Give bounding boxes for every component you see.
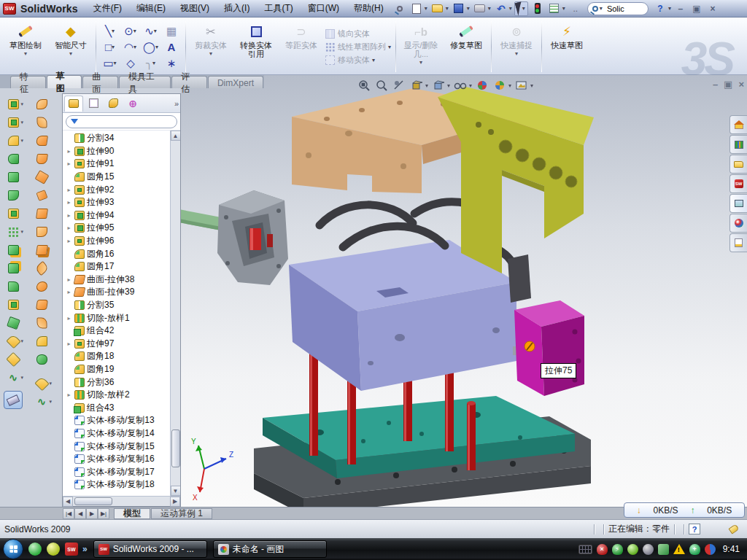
tree-item[interactable]: ▸拉伸92 (66, 183, 170, 196)
start-button[interactable] (3, 539, 23, 559)
section-view-icon[interactable] (391, 78, 407, 93)
tree-horizontal-scrollbar[interactable]: ◀ ▶ (63, 496, 180, 506)
tray-antivirus-icon[interactable]: × (597, 544, 608, 555)
options-dropdown[interactable]: ▾ (562, 5, 565, 12)
tool-button[interactable] (32, 259, 51, 277)
tray-network-icon[interactable] (658, 544, 669, 555)
help-dropdown[interactable]: ▾ (668, 5, 671, 12)
display-delete-relations-button[interactable]: ⌐b 显示/删除几...▾ (399, 20, 443, 74)
tool-button[interactable] (32, 241, 51, 259)
tree-item[interactable]: 组合43 (66, 401, 170, 414)
tree-item[interactable]: 分割36 (66, 376, 170, 389)
tree-item[interactable]: 实体-移动/复制13 (66, 414, 170, 427)
tree-item[interactable]: ▸曲面-拉伸38 (66, 273, 170, 287)
model-insert-block[interactable] (514, 300, 584, 396)
tree-item[interactable]: ▸切除-放样1 (66, 311, 170, 324)
save-button[interactable] (452, 2, 466, 15)
tree-item[interactable]: ▸拉伸96 (66, 235, 170, 248)
tab-mold-tools[interactable]: 模具工具 (119, 76, 171, 88)
search-box[interactable]: ▾ (587, 2, 649, 15)
tool-button[interactable] (4, 186, 23, 204)
scroll-down-button[interactable]: ▼ (171, 486, 181, 496)
view-orientation-dropdown[interactable]: ▾ (425, 82, 428, 89)
new-dropdown[interactable]: ▾ (425, 5, 427, 12)
trim-entities-button[interactable]: ✂ 剪裁实体▾ (189, 20, 233, 74)
tree-item[interactable]: 组合42 (66, 324, 170, 338)
graphics-viewport[interactable]: Y Z X ▾ ▾ ▾ ▾ ▾ – ▣ × (181, 75, 747, 507)
sketch-draw-button[interactable]: 草图绘制▾ (4, 20, 47, 74)
menu-help[interactable]: 帮助(H) (347, 1, 390, 16)
help-button[interactable]: ? (653, 3, 667, 15)
hide-show-dropdown[interactable]: ▾ (469, 82, 472, 89)
doc-restore-button[interactable]: ▣ (724, 79, 732, 90)
taskbar-button-paint[interactable]: 未命名 - 画图 (213, 540, 327, 558)
tree-item[interactable]: 分割34 (66, 132, 170, 145)
line-tool-icon[interactable]: ╲▾ (100, 23, 120, 39)
configuration-manager-tab[interactable] (104, 96, 123, 112)
tray-shield-lightning-icon[interactable]: ⚡ (612, 544, 623, 555)
tool-button[interactable] (32, 277, 51, 295)
doc-close-button[interactable]: × (738, 79, 744, 90)
zoom-fit-icon[interactable] (356, 78, 372, 93)
tool-button[interactable]: ▾ (4, 222, 23, 241)
tab-features[interactable]: 特征 (10, 76, 46, 88)
tool-button[interactable] (32, 168, 51, 186)
tool-button[interactable] (4, 259, 23, 277)
apply-scene-icon[interactable] (492, 78, 508, 93)
new-document-button[interactable] (409, 2, 424, 15)
tool-button[interactable] (4, 295, 23, 314)
tool-button[interactable] (32, 332, 51, 350)
solidworks-search-tab[interactable]: SW (729, 174, 747, 193)
open-button[interactable] (430, 2, 445, 15)
expander-icon[interactable]: ▸ (66, 160, 72, 167)
minimize-button[interactable]: – (673, 3, 688, 15)
scroll-left-button[interactable]: ◀ (63, 497, 73, 507)
expander-icon[interactable]: ▸ (66, 276, 72, 283)
design-library-tab[interactable] (729, 135, 747, 154)
tab-sketch[interactable]: 草图 (47, 75, 82, 88)
tool-button[interactable] (4, 350, 23, 368)
menu-edit[interactable]: 编辑(E) (130, 1, 172, 16)
tree-item[interactable]: ▸拉伸90 (66, 145, 170, 158)
tab-surfaces[interactable]: 曲面 (82, 76, 118, 88)
tool-button[interactable] (32, 314, 51, 332)
tree-item[interactable]: 实体-移动/复制14 (66, 427, 170, 440)
tool-button[interactable] (4, 168, 23, 186)
featuremanager-tree-tab[interactable] (64, 96, 83, 112)
tool-button[interactable] (4, 314, 23, 332)
tree-item[interactable]: ▸曲面-拉伸39 (66, 286, 170, 299)
repair-sketch-button[interactable]: 修复草图 (444, 20, 488, 74)
tree-item[interactable]: ▸切除-放样2 (66, 389, 170, 402)
linear-pattern-button[interactable]: 线性草图阵列▾ (325, 42, 392, 52)
model-tool-holder[interactable] (217, 190, 288, 285)
expander-icon[interactable]: ▸ (66, 225, 72, 231)
tool-button[interactable]: ∿▾ (32, 392, 51, 411)
select-tool-button[interactable]: ▾ (514, 1, 528, 16)
tool-button[interactable]: ▾ (4, 332, 23, 350)
scroll-right-button[interactable]: ▶ (170, 497, 180, 507)
tree-item[interactable]: ▸拉伸94 (66, 209, 170, 222)
view-orientation-icon[interactable] (409, 78, 425, 93)
restore-button[interactable]: ▣ (689, 3, 704, 15)
menu-file[interactable]: 文件(F) (87, 1, 128, 16)
apply-scene-dropdown[interactable]: ▾ (508, 82, 511, 89)
taskbar-button-solidworks[interactable]: SW SolidWorks 2009 - ... (93, 540, 207, 558)
model-clamp-bracket[interactable] (438, 87, 594, 273)
tree-item[interactable]: 实体-移动/复制18 (66, 478, 170, 491)
tool-button[interactable] (32, 295, 51, 314)
ellipse-tool-icon[interactable]: ◯▾ (141, 39, 161, 55)
tray-warning-icon[interactable]: ! (673, 544, 685, 554)
point-tool-icon[interactable]: ∗ (161, 55, 182, 71)
slot-tool-icon[interactable]: ▭▾ (100, 55, 120, 71)
rebuild-button[interactable] (530, 2, 545, 15)
tool-button[interactable]: ▾ (32, 374, 51, 392)
quicklaunch-orb-icon[interactable] (47, 542, 60, 556)
edit-appearance-icon[interactable] (474, 78, 490, 93)
view-settings-dropdown[interactable]: ▾ (530, 82, 533, 89)
input-method-keyboard-icon[interactable] (578, 545, 592, 554)
expander-icon[interactable]: ▸ (66, 392, 72, 398)
tree-item[interactable]: 分割35 (66, 299, 170, 312)
zoom-area-icon[interactable] (374, 78, 390, 93)
expander-icon[interactable]: ▸ (66, 341, 72, 347)
print-button[interactable] (473, 2, 487, 15)
